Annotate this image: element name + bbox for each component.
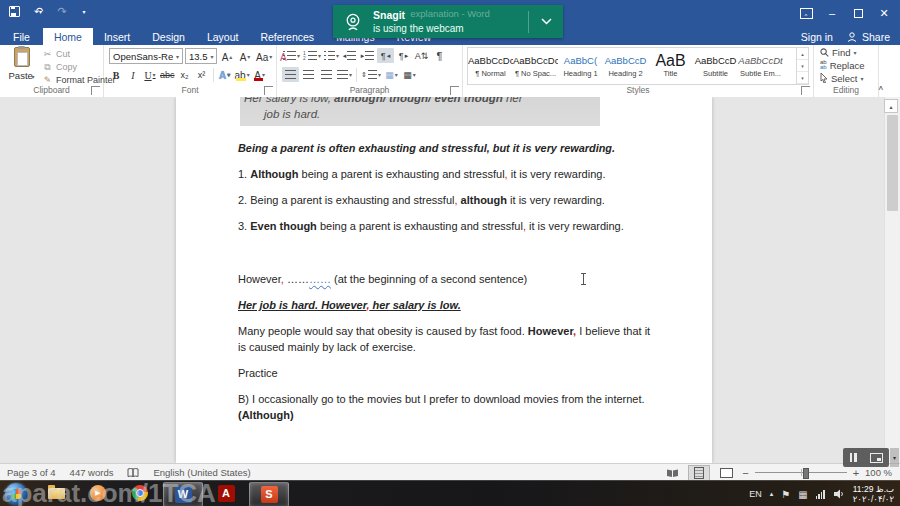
style-card[interactable]: AaBbCcDSubtitle [693,48,738,84]
taskbar-media-player[interactable]: ▶ [79,482,117,505]
taskbar-chrome[interactable] [121,482,159,505]
multilevel-list-button[interactable]: ▾ [323,48,340,63]
network-signal-icon[interactable] [816,490,825,499]
styles-dialog-launcher[interactable] [801,86,810,95]
tab-layout[interactable]: Layout [196,28,250,45]
text-highlight-button[interactable]: ab▾ [234,67,251,82]
close-button[interactable]: ✕ [872,2,896,24]
volume-icon[interactable] [833,489,845,499]
language-indicator[interactable]: English (United States) [146,467,257,478]
vertical-scrollbar[interactable]: ▴ [884,97,900,463]
decrease-indent-button[interactable]: ◂ [341,48,358,63]
tab-insert[interactable]: Insert [93,28,141,45]
pause-button[interactable] [850,453,857,462]
customize-qat-button[interactable]: ▾ [78,3,94,19]
underline-button[interactable]: U▾ [142,67,158,82]
taskbar-adobe-reader[interactable]: A [207,482,245,505]
restore-button[interactable] [846,2,870,24]
show-formatting-marks-button[interactable]: ¶ [431,48,448,63]
minimize-button[interactable]: – [820,2,844,24]
justify-button[interactable]: ▾ [336,67,353,82]
bullets-button[interactable]: ▾ [282,48,301,63]
tab-references[interactable]: References [249,28,325,45]
share-button[interactable]: Share [847,31,890,43]
zoom-slider-thumb[interactable] [803,468,809,479]
taskbar-file-explorer[interactable] [37,482,75,505]
shading-button[interactable]: ▦▾ [383,67,400,82]
paste-button[interactable]: Paste ▾ [5,47,38,81]
style-card[interactable]: AaBbCcDHeading 2 [603,48,648,84]
zoom-out-button[interactable]: − [742,467,748,479]
scroll-up-button[interactable]: ▴ [884,99,898,113]
font-size-combobox[interactable]: 13.5▾ [185,48,217,64]
page-indicator[interactable]: Page 3 of 4 [0,467,63,478]
subscript-button[interactable]: x₂ [177,67,193,82]
document-page[interactable]: Her salary is low, although/ though/ eve… [176,97,712,463]
align-center-button[interactable] [300,67,317,82]
italic-button[interactable]: I [125,67,141,82]
clipboard-dialog-launcher[interactable] [91,86,100,95]
increase-indent-button[interactable]: ▸ [359,48,376,63]
zoom-level[interactable]: 100 % [865,467,892,478]
sign-in-link[interactable]: Sign in [801,31,833,43]
paragraph-dialog-launcher[interactable] [450,86,459,95]
bold-button[interactable]: B [108,67,124,82]
embedded-image-block[interactable]: Her salary is low, although/ though/ eve… [240,97,600,126]
word-count[interactable]: 447 words [63,467,121,478]
snagit-webcam-notification[interactable]: Snagit is using the webcam [333,5,563,38]
shrink-font-button[interactable]: A▾ [237,49,253,64]
change-case-button[interactable]: Aa▾ [255,49,273,64]
styles-scroll-down-button[interactable]: ▾ [797,60,808,72]
overlay-expand-button[interactable]: ▾ [890,448,899,467]
taskbar-snagit[interactable]: S [249,482,289,506]
sort-button[interactable]: A⇅ [413,48,430,63]
ribbon-display-options-button[interactable]: ^ [794,2,818,24]
print-layout-button[interactable] [688,465,710,481]
tray-clock[interactable]: 11:29 ب.ظ ۲۰۲۰/۰۴/۰۲ [853,484,894,504]
picture-in-picture-button[interactable] [870,453,883,463]
numbering-button[interactable]: 12▾ [302,48,322,63]
style-card[interactable]: AaBTitle [648,48,693,84]
grow-font-button[interactable]: A▴ [219,49,235,64]
tab-design[interactable]: Design [141,28,196,45]
font-dialog-launcher[interactable] [264,86,273,95]
proofing-status-icon[interactable] [120,467,146,478]
font-name-combobox[interactable]: OpenSans-Reg▾ [109,48,183,64]
tray-app-icon[interactable]: ▦ [798,489,807,500]
action-center-flag-icon[interactable]: ⚑ [781,489,790,500]
borders-button[interactable]: ▦▾ [401,67,418,82]
save-button[interactable] [6,3,22,19]
styles-more-button[interactable]: ▾ [797,72,808,84]
font-color-button[interactable]: A▾ [252,67,268,82]
tab-file[interactable]: File [0,28,43,45]
collapse-ribbon-button[interactable]: ∧ [877,84,884,93]
taskbar-word[interactable]: W [163,482,203,506]
style-card[interactable]: AaBbC(Heading 1 [558,48,603,84]
strikethrough-button[interactable]: abc [159,67,176,82]
zoom-in-button[interactable]: + [853,467,859,479]
input-language-indicator[interactable]: EN [749,489,762,499]
start-button[interactable] [5,483,27,505]
web-layout-button[interactable] [716,466,736,480]
select-button[interactable]: Select▾ [820,72,878,84]
replace-button[interactable]: abab Replace [820,59,878,71]
redo-button[interactable]: ↷ [54,3,70,19]
undo-button[interactable]: ↶▾ [30,3,46,19]
styles-scroll-up-button[interactable]: ▴ [797,48,808,60]
style-card[interactable]: AaBbCcDc¶ No Spac... [513,48,558,84]
align-right-button[interactable] [318,67,335,82]
zoom-slider[interactable] [755,472,847,473]
scrollbar-thumb[interactable] [887,115,898,211]
notification-expand-button[interactable] [529,18,563,25]
line-spacing-button[interactable]: ⇕▾ [360,67,382,82]
read-mode-button[interactable] [662,466,682,480]
align-left-button[interactable] [282,67,299,82]
left-to-right-button[interactable]: ¶◂ [377,48,394,63]
find-button[interactable]: Find▾ [820,46,878,58]
tab-home[interactable]: Home [43,28,93,45]
show-hidden-icons-button[interactable]: ▴ [770,490,774,498]
right-to-left-button[interactable]: ¶▸ [395,48,412,63]
style-card[interactable]: AaBbCcDtSubtle Em... [738,48,783,84]
text-effects-button[interactable]: A▾ [217,67,233,82]
superscript-button[interactable]: x² [194,67,210,82]
